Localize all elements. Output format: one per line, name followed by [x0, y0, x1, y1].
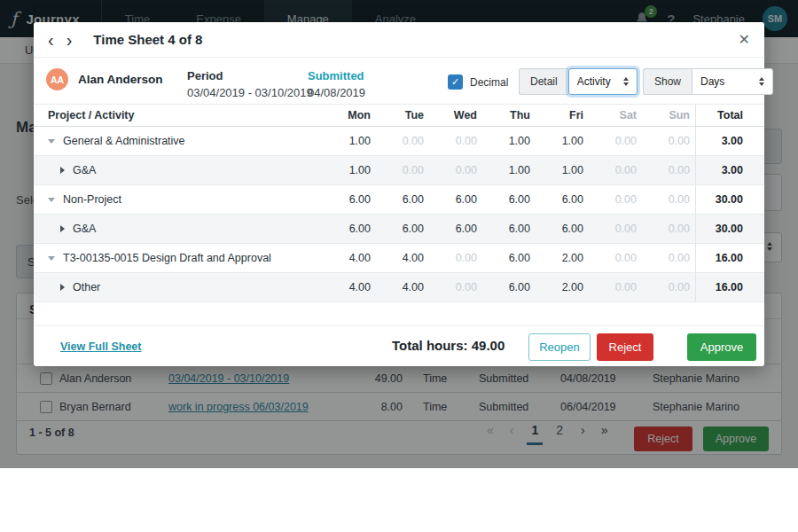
modal-title: Time Sheet 4 of 8 [93, 32, 202, 47]
row-label-cell: Other [48, 281, 323, 293]
hours-cell: 6.00 [482, 252, 536, 264]
hours-cell: 0.00 [642, 281, 695, 293]
hours-cell: 0.00 [642, 164, 695, 176]
hours-cell: 0.00 [589, 252, 642, 264]
hours-cell: 4.00 [323, 252, 376, 264]
hours-cell: 6.00 [482, 281, 536, 293]
detail-select-value: Activity [577, 75, 611, 88]
collapse-row-icon[interactable] [48, 256, 55, 261]
hours-cell: 0.00 [429, 164, 482, 176]
hours-cell: 6.00 [429, 223, 482, 235]
total-cell: 30.00 [695, 215, 764, 243]
hours-cell: 0.00 [429, 135, 482, 147]
row-label: Non-Project [63, 193, 121, 206]
day-header-fri: Fri [536, 109, 589, 121]
show-select[interactable]: Days [692, 68, 773, 95]
expand-row-icon[interactable] [60, 167, 65, 174]
row-label-cell: G&A [48, 164, 323, 176]
hours-cells: 6.006.006.006.006.000.000.00 [323, 223, 695, 235]
timesheet-row: Other4.004.000.006.002.000.000.0016.00 [34, 273, 764, 302]
row-label-cell: General & Administrative [48, 135, 323, 147]
hours-cell: 6.00 [482, 193, 536, 206]
hours-cell: 0.00 [429, 281, 482, 293]
period-label: Period [187, 69, 313, 82]
expand-row-icon[interactable] [60, 225, 65, 232]
detail-label: Detail [519, 68, 568, 95]
hours-cell: 6.00 [536, 193, 589, 206]
show-group: Show Days [643, 68, 773, 95]
collapse-row-icon[interactable] [48, 139, 55, 144]
total-header: Total [695, 105, 764, 126]
timesheet-row: G&A1.000.000.001.001.000.000.003.00 [34, 156, 764, 185]
hours-cell: 0.00 [589, 281, 642, 293]
timesheet-table-header: Project / Activity MonTueWedThuFriSatSun… [34, 104, 764, 127]
project-activity-header: Project / Activity [48, 109, 323, 121]
select-arrows-icon [759, 77, 764, 86]
day-headers: MonTueWedThuFriSatSun [323, 109, 695, 121]
hours-cells: 1.000.000.001.001.000.000.00 [323, 135, 695, 147]
hours-cell: 0.00 [589, 193, 642, 206]
hours-cell: 1.00 [536, 164, 589, 176]
close-icon[interactable]: ✕ [739, 31, 750, 48]
total-cell: 16.00 [695, 273, 764, 301]
total-cell: 3.00 [695, 156, 764, 184]
modal-title-bar: ‹ › Time Sheet 4 of 8 ✕ [34, 22, 764, 58]
hours-cell: 0.00 [589, 223, 642, 235]
hours-cell: 4.00 [376, 281, 429, 293]
total-cell: 3.00 [695, 127, 764, 155]
total-hours-value: 49.00 [472, 338, 505, 353]
next-sheet-icon[interactable]: › [66, 31, 73, 49]
hours-cell: 0.00 [376, 135, 429, 147]
hours-cell: 4.00 [376, 252, 429, 264]
approve-button[interactable]: Approve [687, 333, 756, 361]
period-block: Period 03/04/2019 - 03/10/2019 [187, 69, 313, 99]
hours-cell: 0.00 [642, 135, 695, 147]
total-cell: 30.00 [695, 185, 764, 214]
timesheet-row: Non-Project6.006.006.006.006.000.000.003… [34, 185, 764, 215]
timesheet-modal: ‹ › Time Sheet 4 of 8 ✕ AA Alan Anderson… [34, 22, 764, 366]
hours-cell: 1.00 [482, 135, 536, 147]
hours-cells: 6.006.006.006.006.000.000.00 [323, 193, 695, 206]
decimal-checkbox[interactable] [448, 74, 463, 90]
hours-cells: 4.004.000.006.002.000.000.00 [323, 281, 695, 293]
hours-cell: 0.00 [376, 164, 429, 176]
hours-cell: 0.00 [642, 252, 695, 264]
total-hours: Total hours: 49.00 [392, 338, 505, 353]
submitted-value: 04/08/2019 [308, 86, 365, 99]
expand-row-icon[interactable] [60, 284, 65, 291]
hours-cell: 6.00 [429, 193, 482, 206]
decimal-option: Decimal [448, 74, 508, 90]
total-hours-label: Total hours: [392, 338, 468, 353]
hours-cell: 4.00 [323, 281, 376, 293]
hours-cells: 1.000.000.001.001.000.000.00 [323, 164, 695, 176]
reopen-button[interactable]: Reopen [528, 333, 591, 361]
timesheet-row: T3-00135-0015 Design Draft and Approval4… [34, 244, 764, 273]
view-full-sheet-link[interactable]: View Full Sheet [60, 340, 141, 353]
hours-cell: 1.00 [323, 164, 376, 176]
reject-button[interactable]: Reject [597, 333, 653, 361]
timesheet-table: Project / Activity MonTueWedThuFriSatSun… [34, 104, 764, 302]
hours-cell: 0.00 [642, 223, 695, 235]
hours-cell: 0.00 [429, 252, 482, 264]
hours-cell: 6.00 [482, 223, 536, 235]
timesheet-row: General & Administrative1.000.000.001.00… [34, 127, 764, 156]
detail-select[interactable]: Activity [568, 68, 638, 95]
row-label-cell: G&A [48, 223, 323, 235]
day-header-sun: Sun [642, 109, 695, 121]
employee-name: Alan Anderson [78, 73, 163, 86]
day-header-thu: Thu [482, 109, 536, 121]
hours-cell: 6.00 [536, 223, 589, 235]
collapse-row-icon[interactable] [48, 198, 55, 202]
row-label: T3-00135-0015 Design Draft and Approval [63, 252, 271, 264]
detail-group: Detail Activity [519, 68, 638, 95]
hours-cell: 1.00 [536, 135, 589, 147]
submitted-block: Submitted 04/08/2019 [308, 69, 365, 99]
prev-sheet-icon[interactable]: ‹ [48, 31, 54, 49]
hours-cell: 6.00 [376, 223, 429, 235]
hours-cell: 1.00 [482, 164, 536, 176]
select-arrows-icon [623, 77, 629, 86]
submitted-label: Submitted [308, 69, 365, 82]
timesheet-row: G&A6.006.006.006.006.000.000.0030.00 [34, 215, 764, 244]
hours-cell: 2.00 [536, 252, 589, 264]
hours-cell: 6.00 [323, 223, 376, 235]
